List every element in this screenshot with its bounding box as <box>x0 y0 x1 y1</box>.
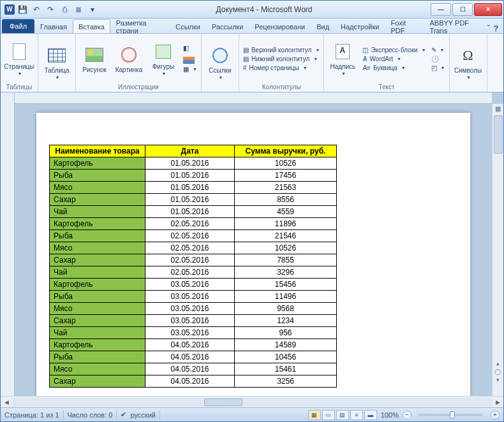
signature-button[interactable]: ✎▼ <box>430 46 447 54</box>
table-button[interactable]: Таблица▼ <box>41 44 73 81</box>
table-cell[interactable]: 21563 <box>235 182 337 194</box>
symbols-button[interactable]: Ω Символы▼ <box>452 44 484 81</box>
vertical-scrollbar[interactable]: ▦ ▴ ◯ ▾ <box>492 104 503 396</box>
table-cell[interactable]: 02.05.2016 <box>145 266 235 279</box>
view-print-layout[interactable]: ▦ <box>308 410 321 420</box>
zoom-out-button[interactable]: − <box>403 411 411 419</box>
table-cell[interactable]: 03.05.2016 <box>145 315 235 327</box>
table-cell[interactable]: 04.05.2016 <box>145 363 235 375</box>
vertical-ruler[interactable] <box>1 92 15 396</box>
minimize-button[interactable]: — <box>431 3 451 16</box>
status-words[interactable]: Число слов: 0 <box>68 411 113 419</box>
table-cell[interactable]: Сахар <box>50 375 145 388</box>
qat-customize[interactable]: ▾ <box>86 3 99 16</box>
next-page-icon[interactable]: ▾ <box>496 377 500 383</box>
table-row[interactable]: Мясо01.05.201621563 <box>50 182 337 194</box>
table-cell[interactable]: 03.05.2016 <box>145 327 235 339</box>
table-cell[interactable]: Мясо <box>50 363 145 375</box>
table-cell[interactable]: 02.05.2016 <box>145 218 235 230</box>
tab-надстройки[interactable]: Надстройки <box>335 19 385 33</box>
table-row[interactable]: Мясо03.05.20169568 <box>50 303 337 315</box>
table-cell[interactable]: Картофель <box>50 339 145 351</box>
table-cell[interactable]: 04.05.2016 <box>145 375 235 388</box>
table-cell[interactable]: 04.05.2016 <box>145 351 235 363</box>
object-button[interactable]: ◰▼ <box>430 64 447 72</box>
tab-ссылки[interactable]: Ссылки <box>170 19 206 33</box>
picture-button[interactable]: Рисунок <box>78 43 110 75</box>
maximize-button[interactable]: ☐ <box>452 3 473 16</box>
table-cell[interactable]: 04.05.2016 <box>145 339 235 351</box>
tab-file[interactable]: Файл <box>2 19 34 33</box>
qat-undo[interactable]: ↶ <box>30 3 43 16</box>
table-cell[interactable]: 7855 <box>235 254 337 266</box>
quickparts-button[interactable]: ◫ Экспресс-блоки ▼ <box>361 46 427 54</box>
table-row[interactable]: Картофель03.05.201615456 <box>50 279 337 291</box>
qat-redo[interactable]: ↷ <box>44 3 57 16</box>
tab-abbyy-pdf-trans[interactable]: ABBYY PDF Trans <box>424 19 487 33</box>
table-cell[interactable]: Мясо <box>50 182 145 194</box>
status-page[interactable]: Страница: 1 из 1 <box>4 411 59 419</box>
table-cell[interactable]: 10526 <box>235 242 337 254</box>
shapes-button[interactable]: Фигуры▼ <box>147 40 179 77</box>
table-cell[interactable]: 9568 <box>235 303 337 315</box>
screenshot-button[interactable]: ▦▼ <box>182 65 198 73</box>
table-row[interactable]: Чай02.05.20163296 <box>50 266 337 279</box>
zoom-slider[interactable] <box>419 414 483 416</box>
table-cell[interactable]: 956 <box>235 327 337 339</box>
table-cell[interactable]: Рыба <box>50 291 145 303</box>
header-button[interactable]: ▤ Верхний колонтитул ▼ <box>242 46 321 54</box>
tab-рецензировани[interactable]: Рецензировани <box>249 19 311 33</box>
table-cell[interactable]: 11496 <box>235 291 337 303</box>
datetime-button[interactable]: 🕓 <box>430 55 447 63</box>
table-cell[interactable]: Чай <box>50 266 145 279</box>
table-row[interactable]: Рыба04.05.201610456 <box>50 351 337 363</box>
table-row[interactable]: Сахар04.05.20163256 <box>50 375 337 388</box>
qat-save[interactable]: 💾 <box>16 3 29 16</box>
view-web[interactable]: ▤ <box>336 410 349 420</box>
tab-главная[interactable]: Главная <box>34 19 73 33</box>
scrollbar-thumb[interactable] <box>494 115 503 154</box>
ribbon-minimize-icon[interactable]: ˇ <box>487 24 490 33</box>
table-cell[interactable]: Мясо <box>50 242 145 254</box>
view-reading[interactable]: ▭ <box>322 410 335 420</box>
table-row[interactable]: Мясо02.05.201610526 <box>50 242 337 254</box>
table-cell[interactable]: 03.05.2016 <box>145 291 235 303</box>
page-number-button[interactable]: # Номер страницы ▼ <box>242 64 321 72</box>
table-row[interactable]: Чай03.05.2016956 <box>50 327 337 339</box>
table-row[interactable]: Сахар03.05.20161234 <box>50 315 337 327</box>
ruler-toggle-icon[interactable]: ▦ <box>495 105 501 112</box>
tab-вставка[interactable]: Вставка <box>73 19 110 33</box>
table-cell[interactable]: Рыба <box>50 170 145 182</box>
table-cell[interactable]: 1234 <box>235 315 337 327</box>
table-cell[interactable]: 15461 <box>235 363 337 375</box>
table-cell[interactable]: 02.05.2016 <box>145 230 235 242</box>
proofing-icon[interactable]: ✔ <box>121 411 126 419</box>
table-row[interactable]: Рыба03.05.201611496 <box>50 291 337 303</box>
table-cell[interactable]: 11896 <box>235 218 337 230</box>
chart-button[interactable] <box>182 53 198 64</box>
table-cell[interactable]: 01.05.2016 <box>145 194 235 206</box>
pages-button[interactable]: Страницы▼ <box>3 40 35 77</box>
table-cell[interactable]: 01.05.2016 <box>145 170 235 182</box>
table-row[interactable]: Чай01.05.20164559 <box>50 206 337 218</box>
zoom-in-button[interactable]: + <box>491 411 500 419</box>
tab-рассылки[interactable]: Рассылки <box>206 19 249 33</box>
view-outline[interactable]: ≡ <box>350 410 363 420</box>
scroll-left-icon[interactable]: ◀ <box>1 397 12 407</box>
table-row[interactable]: Картофель04.05.201614589 <box>50 339 337 351</box>
table-cell[interactable]: 10456 <box>235 351 337 363</box>
qat-extra2[interactable]: ≣ <box>72 3 85 16</box>
table-cell[interactable]: 4559 <box>235 206 337 218</box>
table-row[interactable]: Рыба02.05.201621546 <box>50 230 337 242</box>
table-cell[interactable]: Сахар <box>50 254 145 266</box>
table-cell[interactable]: 01.05.2016 <box>145 206 235 218</box>
document-page[interactable]: Наименование товараДатаСумма выручки, ру… <box>36 113 470 396</box>
table-row[interactable]: Картофель02.05.201611896 <box>50 218 337 230</box>
table-cell[interactable]: 21546 <box>235 230 337 242</box>
status-language[interactable]: русский <box>130 411 155 419</box>
hscroll-thumb[interactable] <box>204 398 242 406</box>
help-icon[interactable]: ? <box>494 24 498 33</box>
table-row[interactable]: Мясо04.05.201615461 <box>50 363 337 375</box>
table-cell[interactable]: Чай <box>50 206 145 218</box>
table-cell[interactable]: Сахар <box>50 194 145 206</box>
